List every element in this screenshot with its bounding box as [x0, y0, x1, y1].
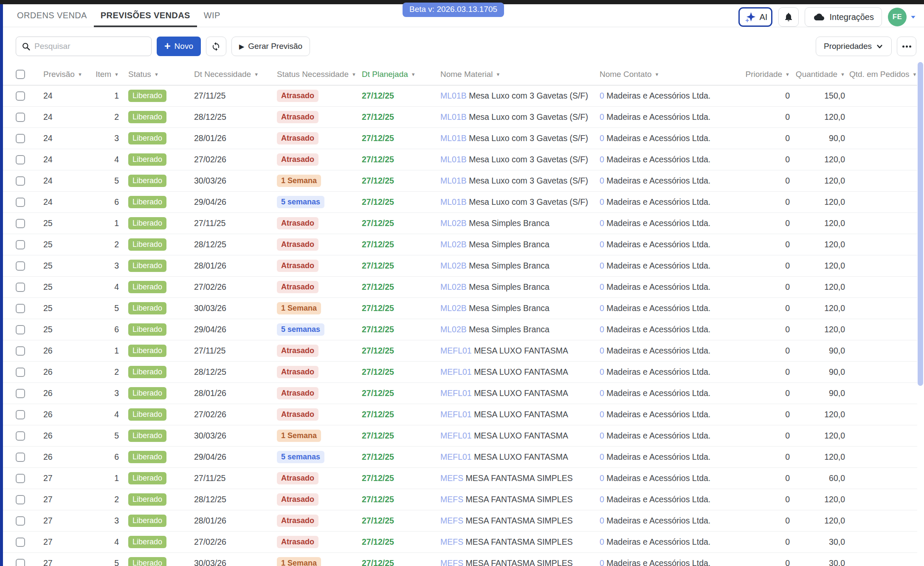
avatar-caret-down-icon[interactable] — [910, 14, 916, 20]
row-checkbox[interactable] — [16, 261, 25, 271]
contato-code-link[interactable]: 0 — [600, 346, 604, 355]
avatar[interactable]: FE — [888, 8, 907, 26]
row-checkbox[interactable] — [16, 474, 25, 483]
row-checkbox[interactable] — [16, 559, 25, 566]
material-code-link[interactable]: MEFS — [440, 516, 463, 525]
material-code-link[interactable]: ML02B — [440, 240, 467, 249]
row-checkbox[interactable] — [16, 453, 25, 462]
contato-code-link[interactable]: 0 — [600, 410, 604, 419]
tab-ordens-venda[interactable]: ORDENS VENDA — [10, 4, 94, 27]
row-checkbox[interactable] — [16, 304, 25, 313]
contato-code-link[interactable]: 0 — [600, 325, 604, 334]
select-all-checkbox[interactable] — [16, 70, 25, 79]
contato-code-link[interactable]: 0 — [600, 558, 604, 566]
row-checkbox[interactable] — [16, 346, 25, 356]
row-checkbox[interactable] — [16, 91, 25, 101]
row-checkbox[interactable] — [16, 219, 25, 228]
col-header-status[interactable]: Status▼ — [123, 64, 189, 85]
row-checkbox[interactable] — [16, 516, 25, 526]
contato-code-link[interactable]: 0 — [600, 516, 604, 525]
material-code-link[interactable]: MEFL01 — [440, 431, 472, 440]
contato-code-link[interactable]: 0 — [600, 155, 604, 164]
contato-code-link[interactable]: 0 — [600, 452, 604, 461]
material-code-link[interactable]: ML02B — [440, 261, 467, 270]
col-header-nome-contato[interactable]: Nome Contato▼ — [594, 64, 745, 85]
notifications-button[interactable] — [778, 7, 799, 27]
material-code-link[interactable]: ML01B — [440, 176, 467, 185]
material-code-link[interactable]: ML02B — [440, 282, 467, 291]
search-input[interactable] — [34, 42, 141, 51]
material-code-link[interactable]: MEFS — [440, 495, 463, 504]
vertical-scrollbar[interactable] — [918, 62, 923, 386]
material-code-link[interactable]: ML01B — [440, 133, 467, 143]
properties-button[interactable]: Propriedades — [816, 37, 892, 56]
col-header-quantidade[interactable]: Quantidade▼ — [794, 64, 849, 85]
row-checkbox[interactable] — [16, 495, 25, 504]
material-code-link[interactable]: ML01B — [440, 112, 467, 122]
material-code-link[interactable]: ML01B — [440, 197, 467, 207]
col-header-item[interactable]: Item▼ — [96, 64, 123, 85]
col-header-qtd-em-pedidos[interactable]: Qtd. em Pedidos▼ — [849, 64, 917, 85]
material-code-link[interactable]: ML01B — [440, 91, 467, 100]
row-checkbox[interactable] — [16, 410, 25, 419]
material-code-link[interactable]: MEFL01 — [440, 452, 472, 461]
more-options-button[interactable] — [897, 37, 916, 56]
row-checkbox[interactable] — [16, 113, 25, 122]
contato-code-link[interactable]: 0 — [600, 91, 604, 100]
row-checkbox[interactable] — [16, 389, 25, 398]
col-header-dt-planejada[interactable]: Dt Planejada▼ — [357, 64, 435, 85]
contato-code-link[interactable]: 0 — [600, 473, 604, 483]
material-code-link[interactable]: ML02B — [440, 218, 467, 228]
row-checkbox[interactable] — [16, 155, 25, 164]
contato-code-link[interactable]: 0 — [600, 197, 604, 207]
refresh-button[interactable] — [206, 37, 226, 56]
contato-code-link[interactable]: 0 — [600, 537, 604, 546]
tab-wip[interactable]: WIP — [197, 4, 227, 27]
row-checkbox[interactable] — [16, 283, 25, 292]
user-menu[interactable]: FE — [888, 8, 916, 26]
contato-code-link[interactable]: 0 — [600, 240, 604, 249]
col-header-nome-material[interactable]: Nome Material▼ — [435, 64, 594, 85]
tab-previsoes-vendas[interactable]: PREVISÕES VENDAS — [94, 4, 197, 27]
row-checkbox[interactable] — [16, 176, 25, 186]
contato-code-link[interactable]: 0 — [600, 176, 604, 185]
row-checkbox[interactable] — [16, 198, 25, 207]
contato-code-link[interactable]: 0 — [600, 388, 604, 398]
qtd-pedidos-cell — [849, 361, 917, 382]
sparkle-icon — [744, 11, 756, 23]
material-code-link[interactable]: MEFS — [440, 473, 463, 483]
generate-forecast-button[interactable]: ▶ Gerar Previsão — [231, 37, 310, 56]
new-button[interactable]: + Novo — [157, 37, 201, 56]
material-code-link[interactable]: MEFS — [440, 558, 463, 566]
col-header-dt-necessidade[interactable]: Dt Necessidade▼ — [189, 64, 272, 85]
contato-code-link[interactable]: 0 — [600, 367, 604, 376]
contato-code-link[interactable]: 0 — [600, 303, 604, 313]
row-checkbox[interactable] — [16, 240, 25, 249]
contato-code-link[interactable]: 0 — [600, 431, 604, 440]
row-checkbox[interactable] — [16, 431, 25, 441]
col-header-status-necessidade[interactable]: Status Necessidade▼ — [272, 64, 357, 85]
contato-code-link[interactable]: 0 — [600, 133, 604, 143]
row-checkbox[interactable] — [16, 368, 25, 377]
material-code-link[interactable]: ML02B — [440, 325, 467, 334]
material-code-link[interactable]: ML02B — [440, 303, 467, 313]
contato-code-link[interactable]: 0 — [600, 261, 604, 270]
contato-code-link[interactable]: 0 — [600, 218, 604, 228]
contato-code-link[interactable]: 0 — [600, 282, 604, 291]
dt-necessidade-cell: 28/01/26 — [189, 127, 272, 149]
material-code-link[interactable]: MEFS — [440, 537, 463, 546]
material-code-link[interactable]: MEFL01 — [440, 367, 472, 376]
contato-code-link[interactable]: 0 — [600, 495, 604, 504]
material-code-link[interactable]: ML01B — [440, 155, 467, 164]
col-header-prioridade[interactable]: Prioridade▼ — [745, 64, 794, 85]
ai-button[interactable]: AI — [738, 7, 772, 27]
material-code-link[interactable]: MEFL01 — [440, 346, 472, 355]
row-checkbox[interactable] — [16, 325, 25, 334]
material-code-link[interactable]: MEFL01 — [440, 410, 472, 419]
integrations-button[interactable]: Integrações — [805, 7, 882, 27]
row-checkbox[interactable] — [16, 538, 25, 547]
row-checkbox[interactable] — [16, 134, 25, 143]
contato-code-link[interactable]: 0 — [600, 112, 604, 122]
material-code-link[interactable]: MEFL01 — [440, 388, 472, 398]
col-header-previsao[interactable]: Previsão▼ — [38, 64, 96, 85]
